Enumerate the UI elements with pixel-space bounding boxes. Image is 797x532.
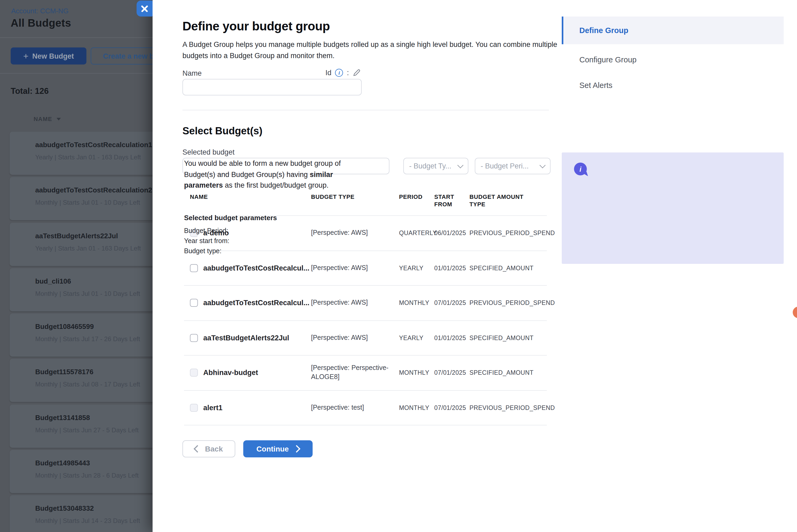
chevron-left-icon (193, 445, 201, 453)
row-period: MONTHLY (399, 300, 429, 306)
id-group: Id i : (326, 69, 385, 77)
name-column-header-label: NAME (34, 116, 52, 122)
budget-card-meta: Yearly | Starts Jan 01 - 163 Days Left (35, 153, 141, 161)
chevron-down-icon (540, 162, 546, 168)
column-header-name: NAME (190, 193, 208, 201)
budget-card-meta: Monthly | Starts Jul 08 - 17 Days Left (35, 381, 140, 388)
row-period: MONTHLY (399, 370, 429, 376)
row-name: Abhinav-budget (203, 369, 258, 377)
close-icon (141, 5, 148, 12)
param-year-start-from: Year start from: (184, 237, 229, 245)
back-button-label: Back (205, 444, 223, 453)
budget-table: a-demo [Perspective: AWS] QUARTERLY 06/0… (184, 215, 547, 425)
budget-card-name: aaTestBudgetAlerts22Jul (35, 232, 118, 240)
step-define-group-label: Define Group (579, 26, 628, 35)
row-checkbox[interactable] (190, 404, 198, 412)
plus-icon: + (23, 52, 29, 60)
budget-card-meta: Monthly | Starts Jul 17 - 26 Days Left (35, 335, 140, 343)
row-budget-amount-type: PREVIOUS_PERIOD_SPEND (469, 230, 555, 236)
row-budget-amount-type: PREVIOUS_PERIOD_SPEND (469, 300, 555, 306)
budget-period-filter-dropdown[interactable]: - Budget Peri... (475, 158, 551, 174)
row-start-from: 01/01/2025 (434, 265, 466, 271)
chevron-right-icon (293, 445, 301, 453)
info-panel: i (562, 152, 784, 264)
back-button[interactable]: Back (182, 440, 235, 457)
select-budgets-title: Select Budget(s) (182, 125, 262, 137)
budget-group-drawer: Define your budget group A Budget Group … (152, 0, 797, 532)
row-budget-type: [Perspective: Perspective-ALOGE8] (311, 364, 391, 382)
info-line2: Budget(s) and Budget Group(s) having (184, 170, 310, 178)
name-label: Name (182, 69, 202, 77)
total-count: Total: 126 (11, 87, 49, 96)
budget-type-filter-value: - Budget Ty... (409, 162, 451, 170)
param-budget-period: Budget Period: (184, 227, 228, 234)
step-configure-group-label: Configure Group (579, 55, 636, 64)
column-header-budget-amount-type: BUDGET AMOUNT TYPE (469, 193, 529, 208)
name-input[interactable] (182, 79, 362, 95)
row-checkbox[interactable] (190, 264, 198, 272)
step-configure-group[interactable]: Configure Group (562, 46, 784, 73)
table-row[interactable]: Abhinav-budget [Perspective: Perspective… (184, 356, 547, 391)
budget-card-meta: Monthly | Starts Jun 27 - 5 Days Left (35, 426, 139, 434)
budget-card-meta: Yearly | Starts Jan 01 - 163 Days Left (35, 245, 141, 252)
budget-card-name: aabudgetToTestCostRecalculation2 (35, 186, 152, 194)
row-name: aaTestBudgetAlerts22Jul (203, 334, 289, 342)
row-budget-amount-type: SPECIFIED_AMOUNT (469, 265, 534, 271)
selected-budget-parameters-title: Selected budget parameters (184, 214, 277, 222)
budget-card-meta: Monthly | Starts Jul 01 - 10 Days Left (35, 290, 140, 298)
budget-card-name: Budget115578176 (35, 368, 93, 376)
account-breadcrumb-link[interactable]: Account: CCM-NG (11, 7, 69, 15)
row-start-from: 07/01/2025 (434, 370, 466, 376)
info-line3-bold: parameters (184, 181, 223, 189)
drawer-description: A Budget Group helps you manage multiple… (182, 39, 557, 61)
edit-id-icon[interactable] (353, 69, 360, 77)
screen: Account: CCM-NG All Budgets + New Budget… (0, 0, 797, 532)
row-budget-amount-type: SPECIFIED_AMOUNT (469, 335, 534, 341)
new-budget-button[interactable]: + New Budget (11, 48, 87, 64)
row-name: aabudgetToTestCostRecalcul... (203, 264, 310, 272)
info-panel-text: You would be able to form a new budget g… (184, 158, 340, 191)
row-name: aabudgetToTestCostRecalcul... (203, 299, 310, 307)
id-info-icon[interactable]: i (335, 69, 343, 77)
selected-budget-label: Selected budget (182, 148, 235, 156)
table-row[interactable]: aaTestBudgetAlerts22Jul [Perspective: AW… (184, 321, 547, 356)
id-label: Id (326, 69, 332, 77)
row-period: YEARLY (399, 265, 423, 271)
row-start-from: 07/01/2025 (434, 300, 466, 306)
table-row[interactable]: alert1 [Perspective: test] MONTHLY 07/01… (184, 391, 547, 425)
column-header-budget-type: BUDGET TYPE (311, 193, 354, 201)
row-checkbox[interactable] (190, 334, 198, 342)
step-set-alerts[interactable]: Set Alerts (562, 72, 784, 99)
page-title: All Budgets (11, 17, 71, 29)
row-checkbox[interactable] (190, 369, 198, 377)
row-checkbox[interactable] (190, 299, 198, 307)
info-line1: You would be able to form a new budget g… (184, 159, 340, 167)
row-period: YEARLY (399, 335, 423, 341)
id-colon: : (347, 69, 349, 77)
row-period: MONTHLY (399, 404, 429, 411)
row-budget-type: [Perspective: AWS] (311, 264, 391, 273)
row-budget-type: [Perspective: AWS] (311, 299, 391, 308)
row-start-from: 01/01/2025 (434, 335, 466, 341)
budget-card-meta: Monthly | Starts Jul 01 - 10 Days Left (35, 199, 140, 206)
step-define-group[interactable]: Define Group (562, 17, 784, 44)
column-header-start-from: START FROM (434, 193, 459, 208)
budget-card-meta: Monthly | Starts Jun 28 - 6 Days Left (35, 472, 139, 479)
create-budget-group-button-label: Create a new b (103, 52, 154, 60)
close-button[interactable] (136, 1, 152, 17)
active-step-accent-bar (562, 17, 563, 44)
budget-card-name: Budget153048332 (35, 504, 94, 512)
budget-card-name: Budget108465599 (35, 323, 94, 330)
new-budget-button-label: New Budget (32, 52, 74, 60)
continue-button[interactable]: Continue (243, 440, 313, 457)
table-row[interactable]: aabudgetToTestCostRecalcul... [Perspecti… (184, 251, 547, 286)
row-budget-type: [Perspective: AWS] (311, 334, 391, 342)
name-column-header[interactable]: NAME (34, 116, 61, 122)
row-period: QUARTERLY (399, 230, 437, 236)
column-header-period: PERIOD (399, 193, 423, 201)
drawer-title: Define your budget group (182, 19, 330, 34)
drawer-description-line1: A Budget Group helps you manage multiple… (182, 40, 557, 49)
row-budget-type: [Perspective: AWS] (311, 229, 391, 238)
table-row[interactable]: aabudgetToTestCostRecalcul... [Perspecti… (184, 286, 547, 321)
budget-type-filter-dropdown[interactable]: - Budget Ty... (403, 158, 468, 174)
